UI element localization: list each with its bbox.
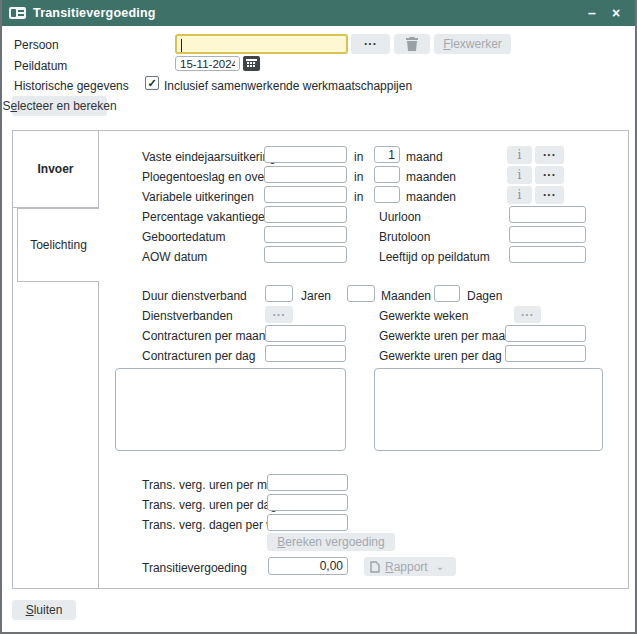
ellipsis-icon: ...	[272, 308, 285, 322]
info-icon: i	[518, 148, 522, 162]
tv-uren-per-dag-label: Trans. verg. uren per dag	[142, 498, 277, 512]
inclusief-checkbox-label[interactable]: Inclusief samenwerkende werkmaatschappij…	[164, 79, 412, 93]
vaste-eindejaarsuitkering-label: Vaste eindejaarsuitkering	[142, 150, 276, 164]
ellipsis-icon: ...	[521, 308, 534, 322]
ellipsis-icon: ...	[543, 168, 556, 182]
titlebar: Transitievergoeding – ×	[0, 0, 637, 26]
percentage-vakantiegeld-input[interactable]	[264, 206, 347, 223]
dienstverbanden-browse-button[interactable]: ...	[265, 306, 293, 323]
geboortedatum-label: Geboortedatum	[142, 230, 225, 244]
persoon-input[interactable]	[175, 34, 348, 54]
duur-dienstverband-label: Duur dienstverband	[142, 289, 247, 303]
persoon-delete-button[interactable]	[394, 34, 430, 54]
transitievergoeding-label: Transitievergoeding	[142, 561, 247, 575]
leeftijd-op-peildatum-label: Leeftijd op peildatum	[379, 250, 490, 264]
historische-gegevens-label: Historische gegevens	[14, 79, 129, 93]
duur-maanden-input[interactable]	[347, 285, 375, 302]
variabele-info-button[interactable]: i	[507, 186, 532, 204]
maanden-label: Maanden	[381, 289, 431, 303]
peildatum-input[interactable]	[175, 56, 240, 71]
aow-datum-label: AOW datum	[142, 250, 207, 264]
contracturen-per-dag-input[interactable]	[265, 345, 346, 362]
percentage-vakantiegeld-label: Percentage vakantiegeld	[142, 210, 274, 224]
geboortedatum-input[interactable]	[264, 226, 347, 243]
vaste-info-button[interactable]: i	[507, 146, 532, 164]
tab-toelichting[interactable]: Toelichting	[17, 208, 99, 282]
maanden-unit-label-2: maanden	[406, 190, 456, 204]
person-card-icon	[9, 7, 26, 19]
vaste-periode-input[interactable]	[374, 146, 400, 163]
maand-unit-label: maand	[406, 150, 443, 164]
aow-datum-input[interactable]	[264, 246, 347, 263]
tv-uren-per-dag-input[interactable]	[267, 494, 348, 511]
maanden-unit-label-1: maanden	[406, 170, 456, 184]
uurloon-input[interactable]	[509, 206, 586, 223]
trash-icon	[406, 37, 418, 51]
minimize-button[interactable]: –	[580, 0, 604, 26]
gewerkte-uren-per-dag-input[interactable]	[505, 345, 586, 362]
duur-jaren-input[interactable]	[265, 285, 293, 302]
ploegentoeslag-input[interactable]	[264, 166, 347, 183]
contracturen-per-maand-input[interactable]	[265, 325, 346, 342]
gewerkte-uren-per-maand-input[interactable]	[505, 325, 586, 342]
contracturen-per-dag-label: Contracturen per dag	[142, 349, 255, 363]
ellipsis-icon: ...	[543, 188, 556, 202]
peildatum-label: Peildatum	[14, 59, 67, 73]
transitievergoeding-input[interactable]	[268, 557, 348, 575]
brutoloon-input[interactable]	[509, 226, 586, 243]
chevron-down-icon: ⌄	[436, 561, 444, 572]
dienstverbanden-label: Dienstverbanden	[142, 309, 233, 323]
transitievergoeding-dialog: Transitievergoeding – × Persoon ... Flex…	[0, 0, 637, 634]
bereken-vergoeding-button[interactable]: Bereken vergoeding	[267, 533, 395, 551]
window-title: Transitievergoeding	[33, 6, 156, 20]
gewerkte-weken-browse-button[interactable]: ...	[514, 306, 541, 323]
tab-separator	[98, 131, 99, 588]
duur-dagen-input[interactable]	[434, 285, 460, 302]
variabele-uitkeringen-input[interactable]	[264, 186, 347, 203]
sluiten-button[interactable]: Sluiten	[12, 600, 76, 620]
jaren-label: Jaren	[301, 289, 331, 303]
in-label-2: in	[354, 170, 363, 184]
contracturen-per-maand-label: Contracturen per maand	[142, 329, 272, 343]
gewerkte-uren-per-dag-label: Gewerkte uren per dag	[379, 349, 502, 363]
brutoloon-label: Brutoloon	[379, 230, 430, 244]
tv-dagen-per-week-input[interactable]	[267, 514, 348, 531]
dienstverbanden-listbox[interactable]	[115, 368, 346, 451]
variabele-browse-button[interactable]: ...	[535, 186, 564, 204]
ploegen-info-button[interactable]: i	[507, 166, 532, 184]
gewerkte-uren-per-maand-label: Gewerkte uren per maand	[379, 329, 518, 343]
close-button[interactable]: ×	[604, 0, 628, 26]
rapport-dropdown-button[interactable]: Rapport ⌄	[364, 557, 456, 576]
in-label-3: in	[354, 190, 363, 204]
uurloon-label: Uurloon	[379, 210, 421, 224]
dagen-label: Dagen	[467, 289, 502, 303]
gewerkte-weken-label: Gewerkte weken	[379, 309, 468, 323]
selecteer-en-bereken-button[interactable]: Selecteer en bereken	[12, 96, 107, 116]
tv-uren-per-maand-input[interactable]	[267, 474, 348, 491]
text-caret	[181, 39, 182, 52]
tab-invoer[interactable]: Invoer	[12, 130, 98, 208]
ellipsis-icon: ...	[543, 148, 556, 162]
vaste-browse-button[interactable]: ...	[535, 146, 564, 164]
persoon-browse-button[interactable]: ...	[351, 34, 390, 54]
vaste-eindejaarsuitkering-input[interactable]	[264, 146, 347, 163]
document-icon	[370, 561, 380, 573]
ellipsis-icon: ...	[364, 37, 377, 51]
flexwerker-button[interactable]: Flexwerker	[434, 34, 511, 54]
in-label-1: in	[354, 150, 363, 164]
info-icon: i	[518, 168, 522, 182]
check-icon: ✓	[147, 77, 156, 90]
historische-checkbox[interactable]: ✓	[145, 76, 159, 90]
variabele-uitkeringen-label: Variabele uitkeringen	[142, 190, 254, 204]
calendar-icon[interactable]	[243, 56, 260, 71]
gewerkte-weken-listbox[interactable]	[374, 368, 603, 451]
variabele-periode-input[interactable]	[374, 186, 400, 203]
ploegen-periode-input[interactable]	[374, 166, 400, 183]
info-icon: i	[518, 188, 522, 202]
leeftijd-op-peildatum-input[interactable]	[509, 246, 586, 263]
persoon-label: Persoon	[14, 38, 59, 52]
ploegen-browse-button[interactable]: ...	[535, 166, 564, 184]
